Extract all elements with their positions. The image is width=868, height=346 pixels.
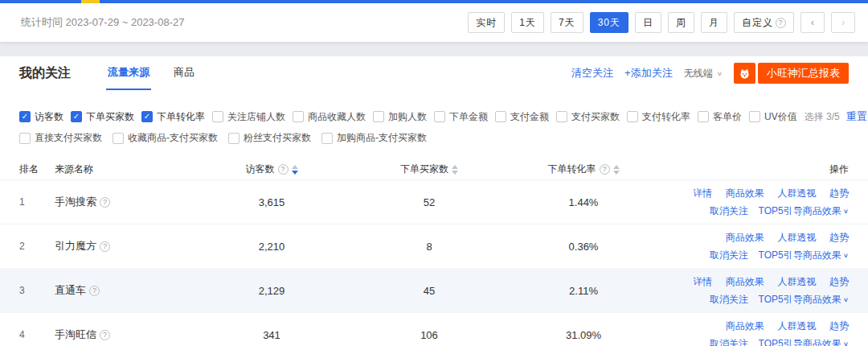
top5-products-link[interactable]: TOP5引导商品效果∨	[759, 338, 849, 346]
audience-insight-link[interactable]: 人群透视	[777, 187, 816, 199]
trend-link[interactable]: 趋势	[829, 187, 849, 199]
range-1d-button[interactable]: 1天	[511, 12, 544, 33]
detail-link[interactable]: 详情	[693, 276, 712, 287]
range-custom-button[interactable]: 自定义 ?	[734, 12, 794, 33]
table-row: 2 引力魔方 ? 2,210 8 0.36% 商品效果 人群透视 趋势 取消关注…	[0, 224, 868, 269]
order-buyers-cell: 52	[358, 196, 500, 208]
table-header-row: 排名 来源名称 访客数 ? 下单买家数 下单转化率 ?	[0, 159, 868, 180]
order-conversion-sort-control[interactable]: 下单转化率 ?	[548, 163, 620, 176]
metric-pay-buyers[interactable]: ✓支付买家数	[556, 110, 620, 124]
chevron-down-icon: ∨	[843, 293, 849, 307]
metric-order-buyers[interactable]: ✓下单买家数	[71, 110, 134, 124]
top5-products-link[interactable]: TOP5引导商品效果∨	[759, 205, 849, 216]
range-day-button[interactable]: 日	[635, 12, 661, 33]
audience-insight-link[interactable]: 人群透视	[777, 320, 816, 332]
help-icon: ?	[600, 164, 610, 175]
checkbox-icon: ✓	[495, 111, 506, 122]
trend-link[interactable]: 趋势	[829, 232, 849, 243]
visitors-cell: 2,210	[185, 241, 358, 253]
add-focus-link[interactable]: +添加关注	[624, 66, 673, 80]
checkbox-icon: ✓	[321, 133, 333, 144]
selection-info: 选择 3/5 重置	[805, 109, 867, 124]
order-conversion-cell: 2.11%	[500, 285, 667, 297]
metric-collect-pay-buyers[interactable]: ✓收藏商品-支付买家数	[113, 131, 218, 145]
order-conversion-cell: 0.36%	[500, 241, 667, 253]
product-effect-link[interactable]: 商品效果	[726, 276, 764, 287]
checkbox-icon: ✓	[228, 133, 240, 144]
metric-item-collectors[interactable]: ✓商品收藏人数	[293, 110, 366, 124]
range-custom-label: 自定义	[742, 16, 773, 30]
terminal-select-value: 无线端	[684, 67, 713, 80]
metric-fans-pay-buyers[interactable]: ✓粉丝支付买家数	[228, 131, 311, 145]
detail-link[interactable]: 详情	[693, 187, 712, 199]
order-buyers-sort-control[interactable]: 下单买家数	[400, 163, 458, 176]
metric-pay-amount[interactable]: ✓支付金额	[495, 110, 549, 124]
actions-cell: 商品效果 人群透视 趋势 取消关注 TOP5引导商品效果∨	[667, 229, 849, 264]
audience-insight-link[interactable]: 人群透视	[777, 232, 816, 243]
checkbox-icon: ✓	[373, 111, 384, 122]
cancel-focus-link[interactable]: 取消关注	[710, 249, 748, 261]
sort-icon	[452, 165, 458, 175]
tab-products[interactable]: 商品	[172, 56, 196, 90]
range-next-button[interactable]: ›	[831, 12, 855, 33]
wangshen-report-button[interactable]: 小旺神汇总报表	[758, 63, 849, 84]
top5-products-link[interactable]: TOP5引导商品效果∨	[759, 294, 849, 305]
metric-cart-pay-buyers[interactable]: ✓加购商品-支付买家数	[321, 131, 427, 145]
clear-focus-link[interactable]: 清空关注	[571, 66, 613, 80]
help-icon: ?	[100, 241, 110, 252]
tabs: 流量来源 商品	[106, 56, 196, 90]
range-30d-button[interactable]: 30天	[590, 12, 628, 33]
checkbox-checked-icon: ✓	[19, 111, 31, 122]
range-7d-button[interactable]: 7天	[551, 12, 583, 33]
actions-cell: 详情 商品效果 人群透视 趋势 取消关注 TOP5引导商品效果∨	[667, 273, 849, 308]
chevron-down-icon: ∨	[843, 249, 849, 262]
range-realtime-button[interactable]: 实时	[468, 12, 505, 33]
rank-cell: 1	[19, 196, 55, 208]
metric-direct-pay-buyers[interactable]: ✓直接支付买家数	[19, 131, 102, 145]
rank-cell: 3	[19, 285, 55, 296]
top5-products-link[interactable]: TOP5引导商品效果∨	[759, 249, 849, 261]
metric-pay-conversion[interactable]: ✓支付转化率	[627, 110, 690, 124]
help-icon: ?	[278, 164, 289, 175]
range-week-button[interactable]: 周	[668, 12, 694, 33]
metric-row-1: ✓访客数 ✓下单买家数 ✓下单转化率 ✓关注店铺人数 ✓商品收藏人数 ✓加购人数…	[19, 109, 849, 124]
metric-uv-value[interactable]: ✓UV价值	[749, 110, 797, 124]
reset-link[interactable]: 重置	[846, 109, 867, 124]
header-order-buyers: 下单买家数	[358, 163, 500, 176]
product-effect-link[interactable]: 商品效果	[726, 187, 764, 199]
metric-order-amount[interactable]: ✓下单金额	[434, 110, 488, 124]
focus-sources-table: 排名 来源名称 访客数 ? 下单买家数 下单转化率 ?	[0, 159, 868, 346]
trend-link[interactable]: 趋势	[829, 320, 849, 332]
trend-link[interactable]: 趋势	[829, 276, 849, 287]
checkbox-icon: ✓	[749, 111, 760, 122]
visitors-sort-control[interactable]: 访客数 ?	[246, 163, 298, 176]
product-effect-link[interactable]: 商品效果	[726, 320, 764, 332]
audience-insight-link[interactable]: 人群透视	[777, 276, 816, 287]
checkbox-checked-icon: ✓	[71, 111, 82, 122]
metric-row-2: ✓直接支付买家数 ✓收藏商品-支付买家数 ✓粉丝支付买家数 ✓加购商品-支付买家…	[19, 131, 849, 145]
metric-avg-order-value[interactable]: ✓客单价	[698, 110, 742, 124]
metric-shop-followers[interactable]: ✓关注店铺人数	[212, 110, 285, 124]
metric-cart-adders[interactable]: ✓加购人数	[373, 110, 427, 124]
tab-traffic-source[interactable]: 流量来源	[106, 56, 151, 90]
cancel-focus-link[interactable]: 取消关注	[710, 205, 748, 216]
terminal-select[interactable]: 无线端 ∨	[684, 67, 723, 80]
help-icon: ?	[89, 286, 100, 296]
source-name-cell: 手淘旺信 ?	[55, 327, 185, 342]
checkbox-icon: ✓	[212, 111, 223, 122]
metric-visitors[interactable]: ✓访客数	[19, 110, 63, 124]
metric-order-conversion[interactable]: ✓下单转化率	[141, 110, 205, 124]
table-row: 3 直通车 ? 2,129 45 2.11% 详情 商品效果 人群透视 趋势 取…	[0, 269, 868, 313]
range-prev-button[interactable]: ‹	[800, 12, 825, 33]
checkbox-icon: ✓	[698, 111, 709, 122]
header-visitors: 访客数 ?	[185, 163, 358, 176]
wangshen-mascot-button[interactable]	[734, 63, 755, 84]
chevron-down-icon: ∨	[843, 337, 849, 346]
range-month-button[interactable]: 月	[701, 12, 727, 33]
source-name-cell: 手淘搜索 ?	[55, 195, 185, 209]
cancel-focus-link[interactable]: 取消关注	[710, 338, 748, 346]
cancel-focus-link[interactable]: 取消关注	[710, 294, 748, 305]
order-buyers-cell: 8	[358, 241, 500, 253]
section-header-actions: 清空关注 +添加关注 无线端 ∨ 小旺神汇总报表	[571, 63, 849, 84]
product-effect-link[interactable]: 商品效果	[726, 232, 764, 243]
